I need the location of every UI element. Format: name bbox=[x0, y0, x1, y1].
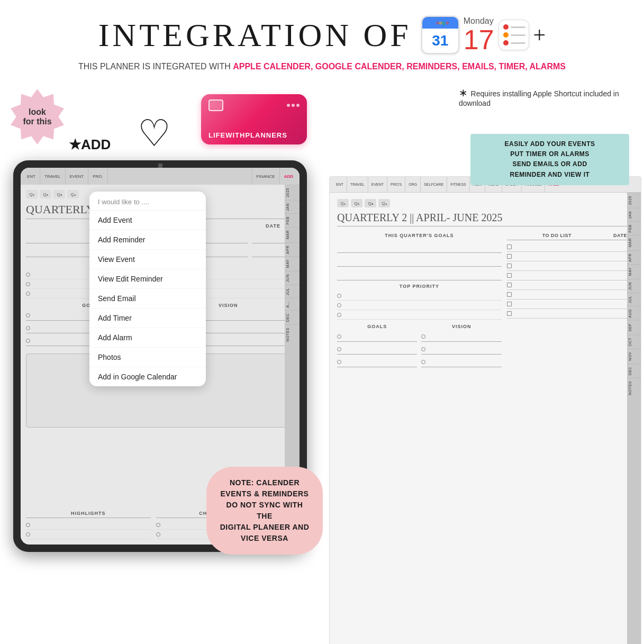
q4-btn[interactable]: Q₄ bbox=[67, 190, 79, 198]
todo-cb-1[interactable] bbox=[507, 244, 512, 249]
gcal-top-bar: G o o g l e bbox=[422, 17, 458, 29]
todo-row-3 bbox=[507, 261, 633, 271]
side-tab-jun-right[interactable]: JUN bbox=[627, 279, 641, 293]
gcal-date: 31 bbox=[432, 29, 448, 53]
reminder-bar-1 bbox=[511, 26, 525, 28]
pnav-pros[interactable]: PRO'S bbox=[387, 177, 405, 192]
menu-item-send-email[interactable]: Send Email bbox=[89, 289, 206, 309]
star-add-label: ★ADD bbox=[69, 137, 111, 153]
goals-vision-row-right: GOALS VISION bbox=[337, 324, 502, 369]
side-tab-feb-right[interactable]: FEB bbox=[627, 221, 641, 235]
side-tab-jul-right[interactable]: JUL bbox=[627, 293, 641, 306]
q4-btn-right[interactable]: Q₄ bbox=[378, 199, 390, 207]
side-tab-sep-left[interactable]: DEC bbox=[285, 310, 300, 324]
page-header: INTEGRATION OF G o o g l e 31 Monday 17 bbox=[0, 0, 644, 73]
ch-circle-2 bbox=[156, 532, 160, 537]
teal-info-box: EASILY ADD YOUR EVENTS PUT TIMER OR ALAR… bbox=[470, 134, 629, 185]
side-tab-may-left[interactable]: MAY bbox=[285, 256, 300, 270]
priority-circle-1 bbox=[26, 273, 30, 277]
pnav-travel[interactable]: TRAVEL bbox=[347, 177, 368, 192]
r-gc-2 bbox=[337, 347, 341, 351]
tab-spacer bbox=[108, 168, 252, 185]
todo-row-7 bbox=[507, 300, 633, 309]
context-menu: I would like to .... Add Event Add Remin… bbox=[89, 192, 206, 386]
q3-btn[interactable]: Q₃ bbox=[53, 190, 65, 198]
hl-line-1 bbox=[26, 520, 151, 530]
side-tab-nov-right[interactable]: NOV bbox=[627, 349, 641, 364]
menu-item-add-reminder[interactable]: Add Reminder bbox=[89, 230, 206, 250]
todo-cb-6[interactable] bbox=[507, 292, 512, 297]
menu-item-add-event[interactable]: Add Event bbox=[89, 211, 206, 230]
subtitle-text: THIS PLANNER IS INTEGRATED WITH APPLE CA… bbox=[0, 60, 644, 73]
quarterly-title-right: QUARTERLY 2 || APRIL- JUNE 2025 bbox=[337, 212, 633, 226]
side-tab-notes-right[interactable]: NOTES bbox=[627, 378, 641, 398]
priority-circle-3 bbox=[26, 292, 30, 296]
teal-line-3: SEND EMAILS OR ADD bbox=[512, 160, 587, 168]
todo-cb-2[interactable] bbox=[507, 254, 512, 259]
r-priority-3 bbox=[337, 310, 502, 320]
todo-row-5 bbox=[507, 280, 633, 290]
heart-doodle: ♡ bbox=[138, 115, 171, 152]
side-tab-2025-right[interactable]: 2025 bbox=[627, 193, 641, 208]
right-body-wrapper: Q₁ Q₂ Q₃ Q₄ QUARTERLY 2 || APRIL- JUNE 2… bbox=[330, 193, 641, 644]
menu-item-view-edit-reminder[interactable]: View Edit Reminder bbox=[89, 269, 206, 289]
side-tab-aug-left[interactable]: A... bbox=[285, 298, 300, 311]
side-tab-jul-left[interactable]: JUL bbox=[285, 285, 300, 298]
side-tab-apr-right[interactable]: APR bbox=[627, 250, 641, 265]
lwp-card-dots bbox=[287, 104, 300, 107]
gc-1 bbox=[26, 313, 30, 318]
gc-2 bbox=[26, 326, 30, 330]
pnav-fitness[interactable]: FITNESS bbox=[447, 177, 470, 192]
r-vc-2 bbox=[421, 347, 425, 351]
tab-travel[interactable]: TRAVEL bbox=[40, 168, 66, 185]
todo-cb-7[interactable] bbox=[507, 302, 512, 306]
menu-item-add-alarm[interactable]: Add Alarm bbox=[89, 328, 206, 348]
side-tab-jan-right[interactable]: JAN bbox=[627, 208, 641, 222]
menu-item-view-event[interactable]: View Event bbox=[89, 250, 206, 269]
todo-cb-5[interactable] bbox=[507, 283, 512, 287]
todo-cb-4[interactable] bbox=[507, 273, 512, 278]
reminder-bar-2 bbox=[511, 34, 525, 36]
menu-item-add-google-cal[interactable]: Add in Google Calendar bbox=[89, 367, 206, 386]
tab-pro[interactable]: PRO. bbox=[88, 168, 108, 185]
tab-finance[interactable]: FINANCE bbox=[252, 168, 280, 185]
q1-btn-right[interactable]: Q₁ bbox=[337, 199, 349, 207]
side-tab-oct-right[interactable]: OCT bbox=[627, 334, 641, 349]
side-tab-jun-left[interactable]: JUN bbox=[285, 271, 300, 285]
goals-section-right: GOALS bbox=[337, 324, 417, 369]
side-tab-2025-left[interactable]: 2025 bbox=[285, 185, 300, 200]
side-tab-jan-left[interactable]: JAN bbox=[285, 200, 300, 214]
side-tab-mar-right[interactable]: MAR bbox=[627, 235, 641, 250]
tab-add[interactable]: ADD bbox=[280, 168, 297, 185]
side-tab-notes-left[interactable]: NOTES bbox=[285, 324, 300, 344]
teal-line-2: PUT TIMER OR ALARMS bbox=[510, 150, 589, 158]
q2-btn[interactable]: Q₂ bbox=[40, 190, 51, 198]
todo-header: TO DO LIST DATE bbox=[507, 233, 633, 240]
tab-event[interactable]: EVENT bbox=[66, 168, 89, 185]
note-line-5: VICE VERSA bbox=[241, 534, 288, 542]
todo-row-8 bbox=[507, 309, 633, 319]
menu-item-photos[interactable]: Photos bbox=[89, 348, 206, 367]
side-tab-dec-right[interactable]: DEC bbox=[627, 364, 641, 378]
todo-cb-3[interactable] bbox=[507, 264, 512, 268]
side-tab-may-right[interactable]: MAY bbox=[627, 264, 641, 278]
pnav-event[interactable]: EVENT bbox=[368, 177, 387, 192]
pnav-ent[interactable]: ENT bbox=[333, 177, 347, 192]
side-tab-apr-left[interactable]: APR bbox=[285, 242, 300, 257]
teal-line-4: REMINDER AND VIEW IT bbox=[510, 171, 590, 178]
todo-row-1 bbox=[507, 242, 633, 252]
menu-item-add-timer[interactable]: Add Timer bbox=[89, 309, 206, 328]
side-tab-aug-right[interactable]: AUG bbox=[627, 306, 641, 321]
todo-cb-8[interactable] bbox=[507, 311, 512, 316]
side-tabs-right[interactable]: 2025 JAN FEB MAR APR MAY JUN JUL AUG SEP… bbox=[627, 193, 641, 644]
side-tab-mar-left[interactable]: MAR bbox=[285, 227, 300, 242]
q1-btn[interactable]: Q₁ bbox=[26, 190, 38, 198]
pnav-selfcare[interactable]: SELFCARE bbox=[421, 177, 447, 192]
pnav-org[interactable]: ORG bbox=[405, 177, 421, 192]
tab-ent[interactable]: ENT bbox=[23, 168, 40, 185]
q2-btn-right[interactable]: Q₂ bbox=[351, 199, 362, 207]
r-goals-line-2 bbox=[337, 344, 417, 355]
side-tab-feb-left[interactable]: FEB bbox=[285, 213, 300, 227]
side-tab-sep-right[interactable]: SEP bbox=[627, 320, 641, 334]
q3-btn-right[interactable]: Q₃ bbox=[365, 199, 376, 207]
